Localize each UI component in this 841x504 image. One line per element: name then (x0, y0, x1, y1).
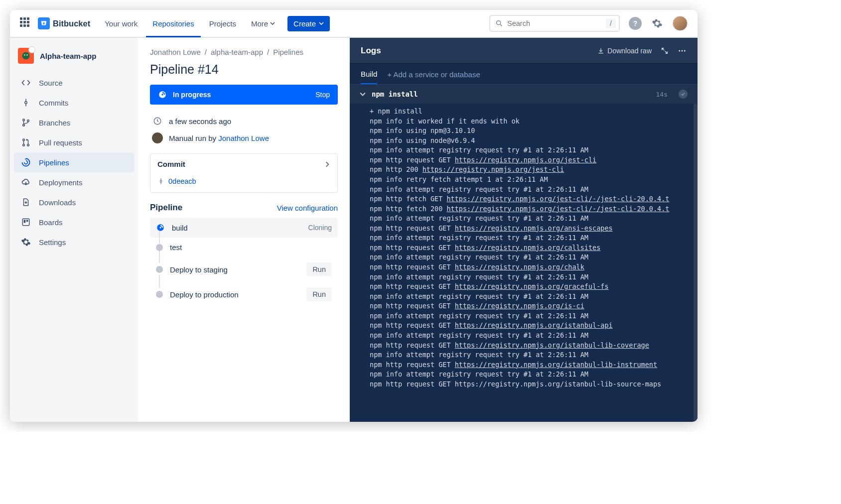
breadcrumb-owner[interactable]: Jonathon Lowe (150, 48, 201, 56)
nav-item-projects[interactable]: Projects (203, 10, 243, 37)
log-url-link[interactable]: https://registry.npmjs.org/jest-cli (455, 156, 596, 164)
view-configuration-link[interactable]: View configuration (277, 204, 338, 212)
log-line: npm info attempt registry request try #1… (370, 185, 698, 195)
svg-rect-13 (26, 220, 28, 222)
tab-build[interactable]: Build (361, 70, 377, 84)
product-logo[interactable]: Bitbucket (38, 17, 90, 29)
log-url-link[interactable]: https://registry.npmjs.org/is-ci (455, 302, 584, 310)
sidebar-item-downloads[interactable]: Downloads (14, 192, 134, 212)
breadcrumb-repo[interactable]: alpha-team-app (211, 48, 263, 56)
svg-point-9 (23, 144, 25, 146)
in-progress-icon (158, 90, 167, 99)
log-url-link[interactable]: https://registry.npmjs.org/chalk (455, 263, 584, 271)
boards-icon (21, 217, 31, 227)
more-actions-button[interactable] (678, 46, 687, 55)
sidebar-item-pull-requests[interactable]: Pull requests (14, 132, 134, 152)
chevron-down-icon (270, 21, 275, 26)
log-line: npm info using node@v6.9.4 (370, 136, 698, 146)
chevron-right-icon (324, 161, 330, 167)
branches-icon (21, 118, 31, 127)
stage-dot-icon (156, 266, 163, 273)
log-url-link[interactable]: https://registry.npmjs.org/istanbul-lib-… (455, 341, 649, 349)
log-line: npm http request GET https://registry.np… (370, 341, 698, 351)
log-line: npm http request GET https://registry.np… (370, 379, 698, 389)
log-url-link[interactable]: https://registry.npmjs.org/jest-cli (422, 165, 564, 173)
tab-add-service[interactable]: + Add a service or database (387, 70, 480, 84)
sidebar-item-label: Boards (39, 218, 63, 227)
sidebar-item-label: Pipelines (39, 158, 69, 167)
pipelines-icon (21, 157, 31, 167)
fullscreen-button[interactable] (661, 47, 669, 55)
log-url-link[interactable]: https://registry.npmjs.org/graceful-fs (455, 282, 609, 290)
pipeline-stage[interactable]: Deploy to stagingRun (150, 257, 338, 282)
sidebar-item-boards[interactable]: Boards (14, 212, 134, 232)
svg-point-22 (684, 50, 686, 51)
sidebar-item-source[interactable]: Source (14, 73, 134, 93)
breadcrumb: Jonathon Lowe / alpha-team-app / Pipelin… (150, 48, 338, 56)
search-input[interactable] (507, 19, 602, 27)
search-icon (495, 19, 503, 27)
log-line: npm info attempt registry request try #1… (370, 350, 698, 360)
log-step-header[interactable]: npm install 14s (350, 85, 698, 104)
run-by-text: Manual run by Jonathon Lowe (169, 134, 269, 142)
log-url-link[interactable]: https://registry.npmjs.org/istanbul-api (455, 321, 613, 329)
run-by-user-link[interactable]: Jonathon Lowe (218, 134, 269, 142)
user-avatar[interactable] (673, 16, 688, 31)
log-line: + npm install (370, 107, 698, 117)
sidebar-item-pipelines[interactable]: Pipelines (14, 152, 134, 172)
nav-item-your-work[interactable]: Your work (98, 10, 144, 37)
log-url-link[interactable]: https://registry.npmjs.org/jest-cli/-/je… (446, 205, 669, 213)
help-icon[interactable]: ? (629, 17, 642, 30)
download-raw-button[interactable]: Download raw (597, 47, 652, 55)
step-status-icon (679, 90, 688, 99)
sidebar-item-settings[interactable]: Settings (14, 232, 134, 252)
sidebar-item-branches[interactable]: Branches (14, 113, 134, 132)
stop-button[interactable]: Stop (315, 91, 330, 99)
svg-point-21 (682, 50, 683, 51)
sidebar-item-commits[interactable]: Commits (14, 93, 134, 113)
svg-point-7 (27, 120, 29, 122)
commit-hash-link[interactable]: 0deeacb (168, 177, 196, 185)
commits-icon (21, 98, 31, 108)
log-url-link[interactable]: https://registry.npmjs.org/ansi-escapes (455, 224, 613, 232)
chevron-down-icon (360, 91, 366, 97)
search-box[interactable]: / (489, 15, 620, 32)
log-line: npm http request GET https://registry.np… (370, 321, 698, 331)
log-url-link[interactable]: https://registry.npmjs.org/callsites (455, 244, 601, 252)
log-line: npm info it worked if it ends with ok (370, 117, 698, 126)
nav-item-more[interactable]: More (245, 10, 281, 37)
project-name: Alpha-team-app (40, 52, 96, 60)
run-stage-button[interactable]: Run (306, 262, 332, 276)
product-name: Bitbucket (53, 19, 90, 28)
nav-item-repositories[interactable]: Repositories (146, 10, 200, 37)
sidebar-item-label: Downloads (39, 198, 76, 207)
log-line: npm http request GET https://registry.np… (370, 262, 698, 272)
log-url-link[interactable]: https://registry.npmjs.org/jest-cli/-/je… (446, 195, 669, 203)
create-button[interactable]: Create (287, 16, 330, 31)
pipeline-stage[interactable]: test (150, 238, 338, 257)
settings-icon[interactable] (651, 17, 664, 30)
project-header[interactable]: Alpha-team-app (14, 48, 134, 73)
log-line: npm info attempt registry request try #1… (370, 370, 698, 379)
log-line: npm info attempt registry request try #1… (370, 311, 698, 321)
log-output[interactable]: + npm installnpm info it worked if it en… (350, 104, 698, 422)
pipeline-status-bar: In progress Stop (150, 85, 338, 105)
log-line: npm http request GET https://registry.np… (370, 360, 698, 370)
sidebar-item-label: Source (39, 79, 63, 87)
log-line: npm info attempt registry request try #1… (370, 331, 698, 341)
scrollbar-thumb[interactable] (694, 108, 697, 129)
breadcrumb-section[interactable]: Pipelines (273, 48, 303, 56)
pipeline-stage[interactable]: buildCloning (150, 218, 338, 238)
log-line: npm info using npm@3.10.10 (370, 126, 698, 136)
run-stage-button[interactable]: Run (306, 287, 332, 301)
pipeline-stage[interactable]: Deploy to productionRun (150, 282, 338, 307)
sidebar-item-deployments[interactable]: Deployments (14, 172, 134, 192)
svg-point-0 (497, 21, 501, 25)
sidebar-item-label: Commits (39, 99, 68, 107)
log-line: npm http request GET https://registry.np… (370, 282, 698, 292)
commit-card-header[interactable]: Commit (150, 154, 337, 174)
app-switcher-icon[interactable] (20, 17, 32, 29)
stage-status-label: Cloning (308, 224, 332, 232)
log-url-link[interactable]: https://registry.npmjs.org/istanbul-lib-… (455, 361, 657, 369)
svg-point-6 (23, 124, 25, 126)
